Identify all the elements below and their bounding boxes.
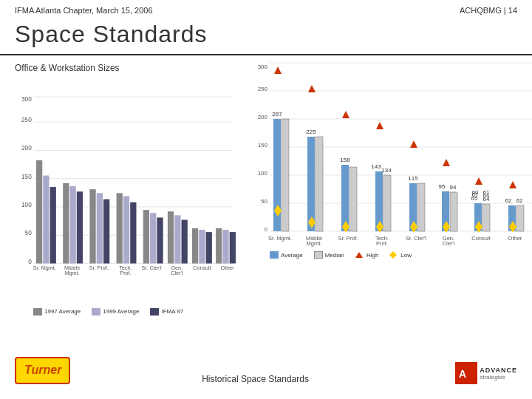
svg-marker-91	[443, 159, 450, 166]
svg-text:267: 267	[272, 111, 282, 117]
svg-text:100: 100	[258, 170, 268, 177]
svg-rect-85	[417, 183, 425, 231]
svg-text:Prof.: Prof.	[120, 270, 131, 276]
turner-text: Turner	[15, 357, 70, 384]
svg-rect-64	[282, 119, 289, 231]
svg-rect-15	[43, 176, 49, 264]
legend-ifma97: IFMA 97	[150, 308, 183, 316]
svg-text:300: 300	[258, 64, 268, 70]
svg-marker-65	[274, 66, 282, 74]
legend-box-1997	[33, 308, 42, 316]
svg-marker-97	[475, 177, 482, 185]
svg-text:50: 50	[25, 230, 33, 236]
legend-label-avg: Average	[281, 252, 303, 259]
svg-marker-105	[509, 181, 516, 188]
legend-box-med	[314, 251, 323, 259]
svg-text:150: 150	[21, 174, 32, 180]
svg-text:Mgmt.: Mgmt.	[307, 240, 322, 247]
svg-rect-90	[450, 192, 457, 231]
legend-label-low: Low	[400, 252, 412, 259]
svg-text:134: 134	[381, 167, 392, 174]
svg-rect-22	[103, 200, 109, 264]
advance-red-box: A	[455, 362, 477, 384]
svg-rect-33	[199, 230, 205, 264]
svg-text:62: 62	[505, 197, 511, 204]
legend-label-high: High	[366, 252, 378, 259]
legend-high: High	[355, 251, 378, 259]
legend-label-1999: 1999 Average	[103, 308, 139, 315]
svg-text:Sr. Prof.: Sr. Prof.	[338, 235, 358, 242]
svg-text:Consult: Consult	[471, 235, 491, 242]
header: IFMA Atlanta Chapter, March 15, 2006 ACH…	[0, 0, 532, 18]
svg-rect-16	[50, 187, 56, 263]
svg-text:200: 200	[21, 145, 32, 151]
svg-text:115: 115	[408, 175, 418, 182]
turner-logo: Turner	[15, 357, 70, 384]
svg-text:95: 95	[439, 183, 446, 190]
svg-rect-31	[182, 220, 188, 264]
svg-text:0: 0	[265, 226, 268, 233]
svg-rect-20	[89, 189, 95, 263]
svg-text:100: 100	[21, 202, 32, 208]
legend-1999: 1999 Average	[92, 308, 139, 316]
svg-text:Sr. Mgmt.: Sr. Mgmt.	[268, 235, 292, 242]
legend-median: Median	[314, 251, 344, 259]
svg-rect-23	[117, 193, 123, 263]
svg-text:Sr. Mgmt.: Sr. Mgmt.	[33, 265, 56, 271]
svg-text:Other: Other	[508, 235, 522, 242]
svg-rect-28	[157, 217, 163, 263]
svg-text:200: 200	[258, 114, 268, 120]
svg-rect-30	[174, 215, 180, 263]
svg-text:Prof.: Prof.	[376, 240, 388, 247]
svg-rect-29	[168, 211, 174, 263]
svg-rect-69	[316, 137, 323, 231]
svg-text:61: 61	[483, 189, 489, 196]
legend-diamond-low	[389, 251, 397, 259]
advance-logo: A ADVANCE strategies	[455, 362, 517, 384]
svg-rect-68	[307, 137, 315, 231]
header-left: IFMA Atlanta Chapter, March 15, 2006	[15, 6, 153, 15]
svg-text:225: 225	[306, 129, 316, 135]
advance-text-block: ADVANCE strategies	[480, 366, 517, 381]
svg-rect-79	[383, 175, 391, 231]
right-legend: Average Median High Low	[270, 251, 532, 259]
svg-rect-17	[63, 183, 69, 264]
svg-text:Mgmt.: Mgmt.	[65, 270, 80, 276]
legend-label-ifma: IFMA 97	[161, 308, 183, 315]
svg-text:Cler'l: Cler'l	[443, 240, 455, 247]
strategies-text: strategies	[480, 374, 517, 381]
svg-marker-80	[376, 122, 383, 129]
svg-rect-104	[516, 205, 524, 231]
legend-triangle-high	[355, 251, 363, 259]
page-title: Space Standards	[15, 21, 517, 48]
svg-text:Turner: Turner	[24, 364, 62, 376]
svg-text:150: 150	[258, 142, 268, 149]
svg-rect-21	[97, 193, 103, 263]
svg-text:Sr. Cler'l: Sr. Cler'l	[406, 235, 426, 242]
advance-icon: A	[457, 364, 475, 382]
svg-rect-19	[77, 191, 83, 263]
title-section: Space Standards	[0, 18, 532, 55]
svg-rect-34	[206, 232, 212, 263]
svg-text:A: A	[459, 368, 466, 380]
content-area: Office & Workstation Sizes 0 50 100 150 …	[0, 63, 532, 277]
historical-bar-chart: 0 50 100 150 200 250 300	[15, 78, 236, 292]
historical-label: Historical Space Standards	[70, 374, 440, 384]
svg-text:94: 94	[450, 184, 457, 191]
legend-box-ifma	[150, 308, 159, 316]
legend-1997: 1997 Average	[33, 308, 81, 316]
header-right: ACHQBMG | 14	[460, 6, 517, 15]
svg-text:50: 50	[261, 198, 267, 205]
svg-text:143: 143	[371, 163, 381, 170]
svg-rect-18	[69, 186, 75, 263]
svg-rect-36	[222, 230, 228, 264]
svg-rect-37	[230, 232, 236, 263]
svg-rect-35	[216, 228, 222, 264]
svg-marker-75	[342, 111, 349, 118]
svg-text:Other: Other	[221, 265, 235, 271]
svg-text:Sr. Cler'l: Sr. Cler'l	[142, 265, 163, 271]
svg-text:62: 62	[516, 197, 522, 204]
svg-text:158: 158	[340, 157, 350, 163]
svg-text:60: 60	[472, 189, 478, 196]
svg-rect-27	[150, 213, 156, 263]
